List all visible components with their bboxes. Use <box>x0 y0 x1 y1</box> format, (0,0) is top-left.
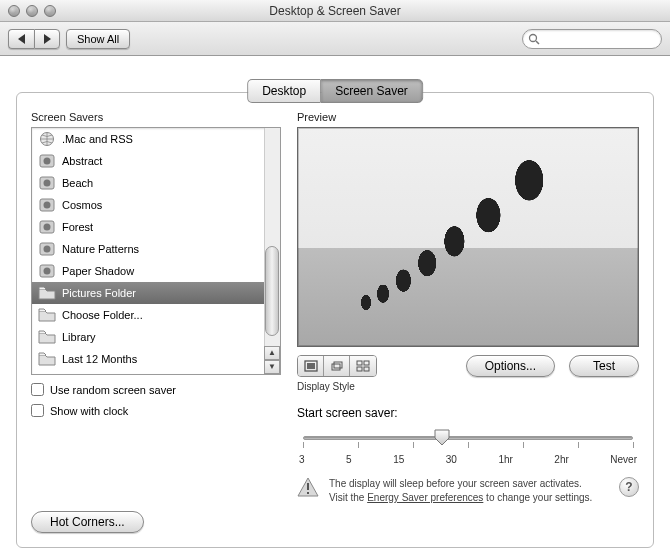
scrollbar-track[interactable] <box>264 128 280 346</box>
show-clock-label: Show with clock <box>50 405 128 417</box>
ss-icon <box>38 175 56 191</box>
slider-tick <box>523 442 524 448</box>
slider-tick-label: 30 <box>446 454 457 465</box>
list-item[interactable]: Choose Folder... <box>32 304 280 326</box>
list-item[interactable]: Paper Shadow <box>32 260 280 282</box>
display-style-fit-button[interactable] <box>298 356 324 376</box>
slider-tick-label: 3 <box>299 454 305 465</box>
search-input[interactable] <box>522 29 662 49</box>
list-item[interactable]: Cosmos <box>32 194 280 216</box>
slider-tick-label: 2hr <box>554 454 568 465</box>
list-item[interactable]: Forest <box>32 216 280 238</box>
minimize-window-button[interactable] <box>26 5 38 17</box>
display-style-kenburns-button[interactable] <box>324 356 350 376</box>
tabs: Desktop Screen Saver <box>247 79 423 103</box>
search-wrap <box>522 29 662 49</box>
triangle-left-icon <box>18 34 26 44</box>
warning-line1: The display will sleep before your scree… <box>329 478 582 489</box>
slider-tick-label: 1hr <box>498 454 512 465</box>
display-style-group <box>297 355 377 377</box>
help-button[interactable]: ? <box>619 477 639 497</box>
globe-icon <box>38 131 56 147</box>
test-button[interactable]: Test <box>569 355 639 377</box>
slider-thumb[interactable] <box>433 428 451 446</box>
nav-buttons <box>8 29 60 49</box>
screen-savers-list[interactable]: ▲ ▼ .Mac and RSSAbstractBeachCosmosFores… <box>31 127 281 375</box>
options-button[interactable]: Options... <box>466 355 555 377</box>
svg-point-4 <box>44 158 51 165</box>
use-random-row[interactable]: Use random screen saver <box>31 383 281 396</box>
svg-rect-23 <box>307 483 309 490</box>
ss-icon <box>38 241 56 257</box>
svg-point-10 <box>44 224 51 231</box>
prefs-panel: Desktop Screen Saver Screen Savers ▲ ▼ .… <box>16 92 654 548</box>
svg-rect-22 <box>364 367 369 371</box>
slider-track <box>303 436 633 440</box>
ss-icon <box>38 153 56 169</box>
list-item-label: .Mac and RSS <box>62 133 133 145</box>
preview-label: Preview <box>297 111 639 123</box>
svg-point-8 <box>44 202 51 209</box>
warning-line2b: to change your settings. <box>483 492 592 503</box>
warning-line2a: Visit the <box>329 492 367 503</box>
show-all-button[interactable]: Show All <box>66 29 130 49</box>
start-screensaver-slider[interactable] <box>303 430 633 448</box>
search-icon <box>528 33 540 45</box>
show-clock-row[interactable]: Show with clock <box>31 404 281 417</box>
list-item[interactable]: Beach <box>32 172 280 194</box>
show-clock-checkbox[interactable] <box>31 404 44 417</box>
svg-point-0 <box>530 34 537 41</box>
list-item[interactable]: .Mac and RSS <box>32 128 280 150</box>
display-style-fit-icon <box>304 360 318 372</box>
hot-corners-button[interactable]: Hot Corners... <box>31 511 144 533</box>
window-titlebar: Desktop & Screen Saver <box>0 0 670 22</box>
close-window-button[interactable] <box>8 5 20 17</box>
list-item[interactable]: Last 12 Months <box>32 348 280 370</box>
ss-icon <box>38 219 56 235</box>
back-button[interactable] <box>8 29 34 49</box>
tab-desktop[interactable]: Desktop <box>247 79 320 103</box>
slider-tick <box>413 442 414 448</box>
slider-tick-label: 5 <box>346 454 352 465</box>
list-item[interactable]: Library <box>32 326 280 348</box>
display-style-kenburns-icon <box>330 360 344 372</box>
list-item-label: Choose Folder... <box>62 309 143 321</box>
ss-icon <box>38 263 56 279</box>
energy-saver-link[interactable]: Energy Saver preferences <box>367 492 483 503</box>
slider-tick <box>303 442 304 448</box>
window-title: Desktop & Screen Saver <box>0 4 670 18</box>
use-random-label: Use random screen saver <box>50 384 176 396</box>
slider-tick <box>578 442 579 448</box>
svg-rect-19 <box>357 361 362 365</box>
list-item-label: Pictures Folder <box>62 287 136 299</box>
svg-rect-17 <box>332 364 340 370</box>
display-style-label: Display Style <box>297 381 377 392</box>
folder-icon <box>38 329 56 345</box>
forward-button[interactable] <box>34 29 60 49</box>
slider-tick-label: 15 <box>393 454 404 465</box>
svg-rect-24 <box>307 492 309 494</box>
svg-line-1 <box>536 41 539 44</box>
list-item[interactable]: Pictures Folder <box>32 282 280 304</box>
zoom-window-button[interactable] <box>44 5 56 17</box>
svg-point-14 <box>44 268 51 275</box>
scroll-down-button[interactable]: ▼ <box>264 360 280 374</box>
list-item-label: Nature Patterns <box>62 243 139 255</box>
list-item[interactable]: Nature Patterns <box>32 238 280 260</box>
scrollbar-thumb[interactable] <box>265 246 279 336</box>
scroll-up-button[interactable]: ▲ <box>264 346 280 360</box>
list-item-label: Last 12 Months <box>62 353 137 365</box>
tab-screen-saver[interactable]: Screen Saver <box>320 79 423 103</box>
toolbar: Show All <box>0 22 670 56</box>
svg-rect-16 <box>307 363 315 369</box>
folder-icon <box>38 351 56 367</box>
list-item[interactable]: Abstract <box>32 150 280 172</box>
use-random-checkbox[interactable] <box>31 383 44 396</box>
display-style-mosaic-button[interactable] <box>350 356 376 376</box>
svg-rect-18 <box>334 362 342 368</box>
screen-savers-label: Screen Savers <box>31 111 281 123</box>
list-item-label: Forest <box>62 221 93 233</box>
list-item-label: Cosmos <box>62 199 102 211</box>
preview-image <box>297 127 639 347</box>
display-style-mosaic-icon <box>356 360 370 372</box>
